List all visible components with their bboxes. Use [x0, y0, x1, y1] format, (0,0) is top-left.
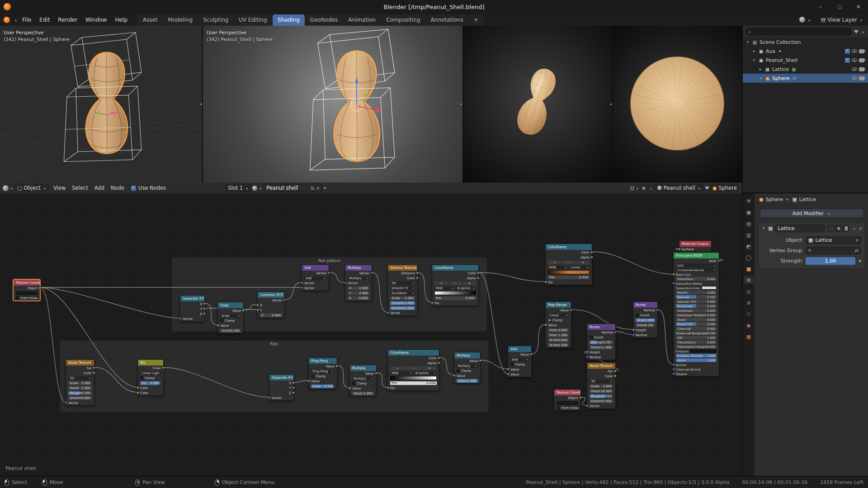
node-header[interactable]: Map Range: [546, 302, 571, 308]
socket-icon[interactable]: [672, 363, 675, 366]
socket-icon[interactable]: [203, 307, 206, 310]
node-header[interactable]: Add: [302, 265, 329, 271]
viewport-3d-material-preview[interactable]: User Perspective (342) Peanut_Shell | Sp…: [203, 26, 462, 183]
node-header[interactable]: Ping-Pong: [309, 358, 337, 364]
node-bump-1[interactable]: BumpNormalInvertStrength0.297Distance1.0…: [587, 324, 616, 360]
checkbox-icon[interactable]: [140, 376, 143, 380]
shader-type-dropdown[interactable]: ▢ Object: [15, 184, 49, 192]
properties-tab-texture[interactable]: ▦: [744, 333, 754, 341]
row-add[interactable]: Add▾: [508, 357, 531, 362]
row-multiply[interactable]: Multiply▾: [454, 363, 480, 368]
checkbox-icon[interactable]: [510, 363, 514, 366]
socket-icon[interactable]: [632, 333, 635, 336]
socket-icon[interactable]: [586, 356, 589, 358]
outliner-row-lattice[interactable]: ▦Lattice▦: [743, 65, 868, 74]
row-pos[interactable]: Pos0.450: [546, 275, 592, 280]
checkbox-toggle-icon[interactable]: [845, 49, 850, 54]
properties-tab-physics[interactable]: ◎: [744, 287, 754, 296]
checkbox-icon[interactable]: [557, 406, 560, 409]
socket-icon[interactable]: [38, 286, 41, 289]
row-rgb[interactable]: RGB▾Linear▾: [546, 265, 592, 270]
checkbox-toggle-icon[interactable]: [845, 58, 850, 63]
camera-toggle-icon[interactable]: [859, 49, 864, 53]
socket-icon[interactable]: [717, 259, 720, 262]
row-ggx[interactable]: GGX▾: [674, 263, 719, 267]
row-invert[interactable]: Invert: [587, 335, 615, 340]
colorramp-gradient[interactable]: [434, 291, 476, 295]
socket-icon[interactable]: [256, 309, 259, 311]
row-clearcoat[interactable]: Clearcoat0.000: [674, 326, 719, 331]
socket-icon[interactable]: [301, 286, 303, 289]
socket-icon[interactable]: [438, 357, 440, 359]
properties-tab-view-layer[interactable]: ▥: [744, 231, 754, 239]
socket-icon[interactable]: [453, 374, 456, 377]
properties-tab-modifiers[interactable]: ⚙: [744, 276, 754, 284]
row-euclidean[interactable]: Euclidean▾: [388, 291, 417, 296]
socket-icon[interactable]: [507, 368, 509, 371]
node-header[interactable]: Noise Texture: [587, 363, 615, 369]
viewport-3-canvas[interactable]: [463, 26, 612, 183]
menu-file[interactable]: File: [18, 15, 35, 25]
row-value[interactable]: Value1.000: [454, 378, 480, 383]
node-vector-math-multiply[interactable]: MultiplyVectorMultiply▾VectorX0.000Y4.00…: [345, 264, 372, 301]
row-y[interactable]: Y4.000: [345, 291, 372, 296]
workspace-tab-compositing[interactable]: Compositing: [381, 14, 425, 26]
node-vector-math-add[interactable]: AddVectorAdd▾VectorVector: [302, 264, 329, 291]
socket-icon[interactable]: [416, 272, 419, 274]
node-header[interactable]: Multiply: [454, 352, 480, 358]
node-colorramp-2[interactable]: ColorRampColorAlpha+−▾RGB▾Linear▾Pos0.45…: [545, 244, 592, 285]
camera-toggle-icon[interactable]: [859, 67, 864, 71]
socket-icon[interactable]: [137, 386, 139, 389]
node-header[interactable]: Texture Coordinate: [14, 280, 40, 286]
checkbox-icon[interactable]: [16, 296, 19, 300]
node-combine-xyz[interactable]: Combine XYZVectorXYZ0.000: [257, 291, 285, 318]
row-ping-pong[interactable]: Ping-Pong▾: [309, 369, 337, 374]
shader-menu-node[interactable]: Node: [108, 183, 127, 192]
pinned-object[interactable]: ● Sphere: [710, 184, 739, 192]
row-from-max[interactable]: From Max1.000: [546, 333, 571, 338]
eye-toggle-icon[interactable]: [852, 49, 857, 53]
row-emission-strength[interactable]: Emission Strength1.000: [674, 353, 719, 358]
row-3d[interactable]: 3D▾: [587, 379, 615, 384]
workspace-tab-animation[interactable]: Animation: [343, 14, 381, 26]
node-header[interactable]: Separate XYZ: [269, 375, 293, 380]
node-colorramp-3[interactable]: ColorRampColorAlpha+−▾RGB▾B-Spline▾Pos0.…: [387, 349, 439, 391]
socket-icon[interactable]: [477, 272, 480, 274]
eye-toggle-icon[interactable]: [852, 58, 857, 62]
row-grad[interactable]: [546, 270, 592, 275]
row-from-min[interactable]: From Min0.000: [546, 328, 571, 333]
properties-tab-material[interactable]: ◉: [744, 321, 754, 329]
color-swatch[interactable]: [690, 349, 717, 353]
row-distance[interactable]: Distance0.191: [633, 323, 657, 328]
node-header[interactable]: ColorRamp: [432, 265, 478, 271]
node-header[interactable]: Mix: [138, 360, 163, 366]
edit-mode-toggle-icon[interactable]: ▢: [827, 225, 834, 232]
overlay-toggle-icon[interactable]: ▣: [641, 185, 647, 191]
modifier-panel-header[interactable]: ▦ Lattice ▢▣◙: [759, 223, 865, 234]
node-separate-xyz-2[interactable]: Separate XYZXYZVector: [269, 374, 294, 401]
row-crtools[interactable]: +−▾: [388, 366, 439, 371]
row-invert[interactable]: Invert: [633, 313, 657, 318]
row-x[interactable]: X0.000: [345, 286, 372, 291]
socket-icon[interactable]: [162, 366, 165, 369]
socket-icon[interactable]: [387, 386, 389, 389]
row-clamp[interactable]: Clamp: [546, 318, 571, 323]
socket-icon[interactable]: [416, 277, 419, 279]
camera-toggle-icon[interactable]: [859, 76, 864, 80]
node-bump-2[interactable]: BumpNormalInvertStrength1.000Distance0.1…: [633, 301, 658, 338]
node-header[interactable]: Multiply: [350, 365, 376, 371]
invert-vertex-group-icon[interactable]: [855, 248, 859, 253]
row-randomness[interactable]: Randomness1.000: [388, 305, 417, 310]
node-separate-xyz-1[interactable]: Separate XYZXYZVector: [180, 295, 205, 322]
workspace-tab-annotations[interactable]: Annotations: [426, 14, 468, 26]
socket-icon[interactable]: [530, 353, 533, 356]
node-colorramp-1[interactable]: ColorRampColorAlpha+−▾RGB▾B-Spline▾Pos0.…: [432, 264, 479, 306]
editor-corner-arrow-icon[interactable]: [199, 102, 202, 106]
eye-toggle-icon[interactable]: [852, 76, 857, 80]
row-multiply[interactable]: Multiply▾: [350, 376, 376, 381]
filter-icon[interactable]: [854, 30, 859, 33]
socket-icon[interactable]: [614, 375, 617, 377]
viewport-rendered-top[interactable]: [613, 26, 742, 183]
socket-icon[interactable]: [203, 302, 206, 305]
checkbox-icon[interactable]: [548, 319, 551, 322]
